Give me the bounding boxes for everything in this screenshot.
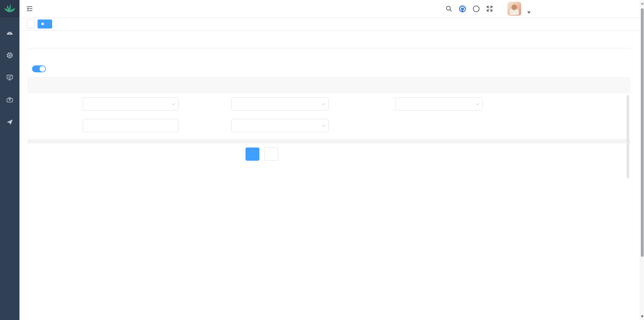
main-area	[19, 0, 644, 320]
field-relation-switch[interactable]	[32, 65, 46, 72]
chevron-down-icon	[172, 102, 175, 105]
tag-current[interactable]	[38, 19, 52, 29]
related-table-select[interactable]	[83, 97, 178, 111]
sidebar-item-dashboard[interactable]	[6, 29, 14, 38]
fields-table	[27, 77, 630, 143]
scroll-up-icon[interactable]	[641, 2, 644, 5]
navbar	[19, 0, 644, 17]
back-button[interactable]	[264, 147, 278, 161]
java-attr-field	[58, 119, 178, 132]
window-scrollbar-thumb[interactable]	[641, 8, 644, 257]
java-attr-input[interactable]	[83, 119, 178, 132]
map-java-type-select[interactable]	[231, 119, 329, 132]
tags-bar	[19, 17, 644, 31]
row-expansion-panel	[27, 93, 630, 139]
form-actions	[27, 147, 497, 161]
page-content	[19, 31, 644, 320]
window-scrollbar[interactable]	[640, 0, 644, 320]
table-header-row	[27, 77, 630, 93]
avatar-caret-icon[interactable]	[527, 11, 531, 14]
map-field-field	[369, 97, 483, 111]
map-java-type-field	[183, 119, 329, 132]
submit-button[interactable]	[245, 147, 259, 161]
tag-home[interactable]	[27, 19, 35, 29]
map-field-select[interactable]	[395, 97, 483, 111]
help-icon[interactable]	[472, 5, 480, 13]
sidebar-item-tools[interactable]	[6, 96, 14, 104]
chevron-down-icon	[476, 102, 480, 105]
navbar-actions	[445, 0, 531, 17]
sidebar-item-pay[interactable]	[6, 141, 14, 149]
search-icon[interactable]	[445, 5, 453, 13]
avatar[interactable]	[507, 2, 521, 16]
send-icon	[6, 118, 14, 127]
plant-logo-icon	[3, 2, 16, 16]
related-field-field	[203, 97, 329, 111]
tag-active-dot	[41, 23, 44, 25]
app-root	[0, 0, 644, 320]
sidebar-item-monitor[interactable]	[6, 74, 14, 82]
app-logo	[0, 0, 19, 17]
toolbox-icon	[6, 96, 14, 105]
related-table-field	[58, 97, 178, 111]
sidebar-item-system[interactable]	[6, 51, 14, 60]
fullscreen-icon[interactable]	[486, 5, 493, 13]
chevron-down-icon	[322, 123, 325, 127]
table-scrollbar-thumb[interactable]	[627, 95, 629, 178]
sidebar-menu	[0, 17, 19, 149]
monitor-icon	[6, 74, 14, 82]
github-icon[interactable]	[459, 5, 466, 13]
section-divider	[27, 139, 630, 143]
field-relation-row	[27, 62, 644, 75]
gear-icon	[6, 51, 14, 60]
chevron-down-icon	[322, 102, 325, 105]
related-field-select[interactable]	[231, 97, 329, 111]
sidebar	[0, 0, 19, 320]
sidebar-item-send[interactable]	[6, 118, 14, 127]
dashboard-icon	[6, 29, 14, 38]
scroll-down-icon[interactable]	[641, 315, 644, 318]
tabs	[27, 38, 630, 48]
sidebar-fold-icon[interactable]	[26, 5, 33, 12]
